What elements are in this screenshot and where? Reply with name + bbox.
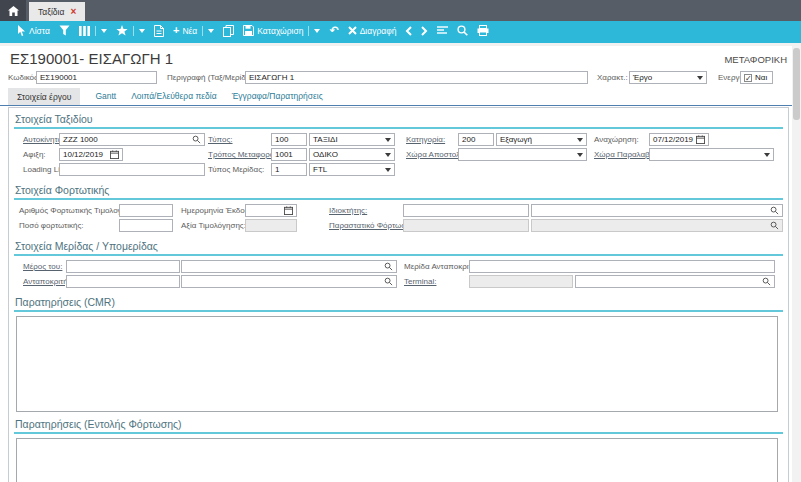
- delete-button[interactable]: Διαγραφή: [348, 26, 397, 36]
- portion-type-label: Τύπος Μερίδας:: [208, 165, 264, 174]
- search-icon[interactable]: [192, 135, 201, 144]
- type-select[interactable]: Έργο: [629, 71, 707, 84]
- search-icon[interactable]: [384, 277, 393, 286]
- next-button[interactable]: [421, 26, 428, 36]
- transport-code-field[interactable]: [271, 148, 307, 161]
- notes-button[interactable]: [437, 26, 448, 35]
- arrival-label: Αφιξη:: [23, 150, 46, 159]
- checkbox-icon[interactable]: ✓: [744, 74, 752, 82]
- amount-field[interactable]: [119, 219, 173, 232]
- print-button[interactable]: [477, 25, 489, 36]
- terminal-label[interactable]: Terminal:: [404, 277, 436, 286]
- country-from-select[interactable]: [458, 148, 587, 161]
- magnifier-icon: [457, 25, 468, 36]
- transport-select[interactable]: ΟΔΙΚΟ: [309, 148, 395, 161]
- vertical-scrollbar[interactable]: [792, 46, 801, 482]
- form-row: Μέρος του: Μερίδα Ανταποκριτή:: [9, 259, 788, 274]
- search-icon[interactable]: [770, 206, 779, 215]
- home-icon: [8, 6, 19, 16]
- close-icon[interactable]: ×: [70, 7, 76, 17]
- calendar-icon[interactable]: [110, 150, 119, 159]
- part-of-label[interactable]: Μέρος του:: [23, 262, 62, 271]
- owner-label[interactable]: Ιδιοκτήτης:: [329, 206, 367, 215]
- company-name: ΜΕΤΑΦΟΡΙΚΗ: [724, 54, 787, 65]
- invoice-no-field[interactable]: [119, 204, 173, 217]
- favorites-button[interactable]: [116, 25, 145, 36]
- owner-code-field[interactable]: [403, 204, 529, 217]
- owner-lookup-field[interactable]: [531, 204, 783, 217]
- trip-type-select[interactable]: ΤΑΞΙΔΙ: [309, 133, 395, 146]
- star-icon: [116, 25, 128, 36]
- correspondent-code-field[interactable]: [66, 275, 180, 288]
- code-field[interactable]: [36, 71, 157, 84]
- part-of-code-field[interactable]: [66, 260, 180, 273]
- arrival-date-field[interactable]: 10/12/2019: [59, 148, 123, 161]
- category-code-field[interactable]: [458, 133, 494, 146]
- scrollbar-thumb[interactable]: [793, 48, 800, 120]
- vehicle-field[interactable]: ΖΖΖ 1000: [59, 133, 205, 146]
- section-rule: [14, 127, 783, 129]
- undo-icon: ↶: [329, 25, 338, 36]
- portion-type-select[interactable]: FTL: [309, 163, 395, 176]
- chevron-right-icon: [421, 26, 428, 36]
- part-of-lookup-field[interactable]: [181, 260, 397, 273]
- copy-button[interactable]: [223, 25, 234, 37]
- tab-gantt[interactable]: Gantt: [95, 91, 116, 105]
- loading-doc-lookup-field[interactable]: [531, 219, 783, 232]
- export-button[interactable]: [154, 25, 164, 37]
- portion-type-code-field[interactable]: [271, 163, 307, 176]
- zoom-button[interactable]: [457, 25, 468, 36]
- amount-label: Ποσό φορτωτικής:: [19, 221, 84, 230]
- issue-date-field[interactable]: [245, 204, 297, 217]
- trip-type-code-field[interactable]: [271, 133, 307, 146]
- undo-button[interactable]: ↶: [329, 25, 338, 36]
- lines-icon: [437, 26, 448, 35]
- terminal-lookup-field[interactable]: [575, 275, 775, 288]
- previous-button[interactable]: [405, 26, 412, 36]
- calendar-icon[interactable]: [284, 206, 293, 215]
- invoice-no-label: Αριθμός Φορτωτικής Τιμολογίου:: [19, 206, 134, 215]
- filter-button[interactable]: [59, 25, 70, 36]
- columns-icon: [79, 26, 90, 36]
- main-toolbar: Λίστα + Νέα Καταχώριση ↶ Διαγραφή: [0, 21, 801, 46]
- departure-date-field[interactable]: 07/12/2019: [649, 133, 709, 146]
- chevron-down-icon: [208, 29, 214, 33]
- active-checkbox[interactable]: ✓ Ναι: [740, 71, 773, 84]
- vehicle-label[interactable]: Αυτοκίνητο:: [23, 135, 64, 144]
- save-button[interactable]: Καταχώριση: [243, 25, 320, 36]
- description-field[interactable]: [245, 71, 588, 84]
- corr-portion-field[interactable]: [469, 260, 775, 273]
- remarks-cmr-textarea[interactable]: [16, 316, 778, 412]
- transport-mode-label[interactable]: Τρόπος Μεταφοράς:: [208, 150, 281, 159]
- chevron-down-icon: [314, 29, 320, 33]
- search-icon[interactable]: [762, 277, 771, 286]
- views-button[interactable]: [79, 26, 107, 36]
- invoice-value-label: Αξία Τιμολόγησης:: [181, 221, 246, 230]
- country-to-select[interactable]: [649, 148, 774, 161]
- detail-tabs: Στοιχεία έργου Gantt Λοιπά/Ελεύθερα πεδί…: [0, 88, 801, 106]
- chevron-down-icon: [101, 29, 107, 33]
- calendar-icon[interactable]: [696, 135, 705, 144]
- terminal-code-field: [469, 275, 573, 288]
- search-icon[interactable]: [384, 262, 393, 271]
- list-button[interactable]: Λίστα: [16, 25, 50, 37]
- new-button[interactable]: + Νέα: [173, 25, 214, 36]
- home-button[interactable]: [0, 0, 26, 21]
- page-title: ΕΣ190001- ΕΙΣΑΓΩΓΗ 1: [10, 51, 789, 67]
- category-label[interactable]: Κατηγορία:: [406, 135, 445, 144]
- loading-list-field[interactable]: [59, 163, 205, 176]
- form-row: Αφιξη: 10/12/2019 Τρόπος Μεταφοράς: ΟΔΙΚ…: [9, 147, 788, 162]
- tab-taxidia[interactable]: Ταξίδια ×: [29, 2, 85, 21]
- tab-other-fields[interactable]: Λοιπά/Ελεύθερα πεδία: [131, 91, 217, 105]
- tab-project-details[interactable]: Στοιχεία έργου: [8, 88, 80, 105]
- correspondent-lookup-field[interactable]: [181, 275, 397, 288]
- search-icon[interactable]: [770, 221, 779, 230]
- remarks-loading-textarea[interactable]: [16, 438, 778, 482]
- corr-portion-label: Μερίδα Ανταποκριτή:: [404, 262, 478, 271]
- form-row: Ποσό φορτωτικής: Αξία Τιμολόγησης: Παρασ…: [9, 218, 788, 233]
- category-select[interactable]: Εξαγωγή: [496, 133, 587, 146]
- tab-documents[interactable]: Έγγραφα/Παρατηρήσεις: [232, 91, 323, 105]
- section-rule: [14, 254, 783, 256]
- section-title-trip: Στοιχεία Ταξιδίου: [15, 113, 788, 126]
- trip-type-label[interactable]: Τύπος:: [208, 135, 233, 144]
